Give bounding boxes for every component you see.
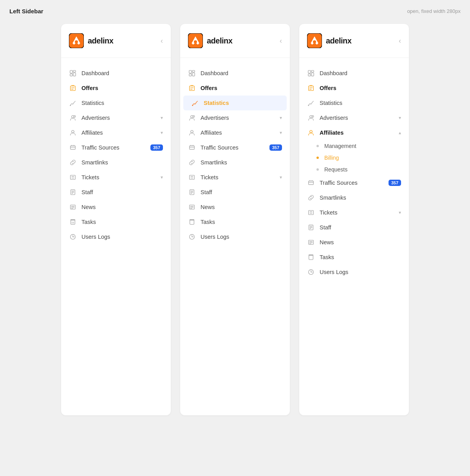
sidebar-item-tickets[interactable]: Tickets ▾ — [61, 170, 171, 185]
s2-traffic-sources[interactable]: Traffic Sources 357 — [180, 140, 290, 155]
sidebar-3: adelinx ‹ Dashboard Offers Statistics — [299, 24, 409, 415]
s2-affiliates[interactable]: Affiliates ▾ — [180, 125, 290, 140]
svg-rect-44 — [190, 86, 195, 91]
brand-logo-icon-3 — [307, 33, 322, 48]
s3-statistics-label: Statistics — [320, 100, 401, 106]
s3-offers[interactable]: Offers — [299, 81, 409, 96]
billing-label: Billing — [324, 155, 339, 161]
s3-affiliates-label: Affiliates — [320, 130, 397, 136]
s3-advertisers[interactable]: Advertisers ▾ — [299, 110, 409, 125]
smartlinks-label: Smartlinks — [81, 159, 163, 166]
s2-news[interactable]: News — [180, 200, 290, 215]
advertisers-label: Advertisers — [81, 115, 159, 121]
s2-news-label: News — [201, 204, 282, 210]
s3-staff-icon — [307, 224, 315, 231]
sidebars-container: adelinx ‹ Dashboard Offers Statistics — [8, 24, 462, 415]
svg-point-38 — [197, 43, 199, 45]
s2-affiliates-chevron: ▾ — [280, 130, 282, 135]
s3-tasks-label: Tasks — [320, 254, 401, 260]
svg-point-68 — [313, 40, 316, 43]
s3-tickets[interactable]: Tickets ▾ — [299, 205, 409, 220]
svg-rect-51 — [190, 146, 195, 150]
sidebar-item-advertisers[interactable]: Advertisers ▾ — [61, 110, 171, 125]
sidebar-2: adelinx ‹ Dashboard Offers Statistics — [180, 24, 290, 415]
s3-users-logs-label: Users Logs — [320, 269, 401, 275]
s3-advertisers-label: Advertisers — [320, 115, 397, 121]
svg-rect-6 — [73, 70, 76, 72]
s2-tasks[interactable]: Tasks — [180, 215, 290, 229]
s3-offers-label: Offers — [320, 85, 401, 91]
s2-smartlinks[interactable]: Smartlinks — [180, 155, 290, 170]
sidebar-item-staff[interactable]: Staff — [61, 185, 171, 200]
s2-statistics[interactable]: Statistics — [183, 96, 287, 110]
s3-news[interactable]: News — [299, 235, 409, 250]
users-logs-label: Users Logs — [81, 234, 163, 240]
s2-offers[interactable]: Offers — [180, 81, 290, 96]
svg-point-2 — [73, 43, 75, 45]
sidebar-item-smartlinks[interactable]: Smartlinks — [61, 155, 171, 170]
s2-staff-icon — [188, 188, 196, 196]
s3-tasks-icon — [307, 253, 315, 261]
s2-affiliates-icon — [188, 129, 196, 137]
sidebar-item-statistics[interactable]: Statistics — [61, 96, 171, 110]
sub-item-management[interactable]: Management — [299, 140, 409, 152]
s2-traffic-sources-icon — [188, 144, 196, 151]
s3-statistics[interactable]: Statistics — [299, 96, 409, 110]
sidebar-item-users-logs[interactable]: Users Logs — [61, 229, 171, 244]
sidebar-item-dashboard[interactable]: Dashboard — [61, 66, 171, 81]
sub-item-requests[interactable]: Requests — [299, 164, 409, 175]
s2-staff[interactable]: Staff — [180, 185, 290, 200]
smartlinks-icon — [69, 159, 77, 166]
svg-point-12 — [70, 105, 71, 106]
s2-advertisers[interactable]: Advertisers ▾ — [180, 110, 290, 125]
svg-point-4 — [76, 38, 78, 40]
s3-affiliates[interactable]: Affiliates ▴ — [299, 125, 409, 140]
collapse-button-3[interactable]: ‹ — [399, 37, 401, 44]
brand-logo-icon-2 — [188, 33, 203, 48]
s2-users-logs[interactable]: Users Logs — [180, 229, 290, 244]
sidebar-1: adelinx ‹ Dashboard Offers Statistics — [61, 24, 171, 415]
s2-tasks-icon — [188, 218, 196, 226]
collapse-button-2[interactable]: ‹ — [280, 37, 282, 44]
collapse-button-1[interactable]: ‹ — [161, 37, 163, 44]
sidebar-item-affiliates[interactable]: Affiliates ▾ — [61, 125, 171, 140]
s2-dashboard[interactable]: Dashboard — [180, 66, 290, 81]
s2-smartlinks-label: Smartlinks — [201, 159, 282, 166]
s3-dashboard[interactable]: Dashboard — [299, 66, 409, 81]
svg-point-36 — [194, 40, 197, 43]
s2-statistics-icon — [191, 99, 199, 107]
svg-rect-16 — [70, 146, 76, 150]
sidebar-item-traffic-sources[interactable]: Traffic Sources 357 — [61, 140, 171, 155]
s3-tasks[interactable]: Tasks — [299, 250, 409, 265]
s2-traffic-sources-label: Traffic Sources — [201, 144, 269, 151]
tickets-label: Tickets — [81, 174, 159, 180]
sidebar-item-tasks[interactable]: Tasks — [61, 215, 171, 229]
s3-staff[interactable]: Staff — [299, 220, 409, 235]
logo-area-3: adelinx — [307, 33, 351, 48]
s3-smartlinks[interactable]: Smartlinks — [299, 190, 409, 205]
s2-advertisers-chevron: ▾ — [280, 115, 282, 121]
svg-point-69 — [311, 43, 313, 45]
s3-news-icon — [307, 238, 315, 246]
s3-advertisers-chevron: ▾ — [399, 115, 401, 121]
advertisers-icon — [69, 114, 77, 122]
s3-traffic-sources[interactable]: Traffic Sources 357 — [299, 175, 409, 190]
sub-item-billing[interactable]: Billing — [299, 152, 409, 164]
statistics-icon — [69, 99, 77, 107]
news-label: News — [81, 204, 163, 210]
s2-dashboard-label: Dashboard — [201, 70, 282, 76]
svg-rect-40 — [189, 70, 192, 73]
s2-staff-label: Staff — [201, 189, 282, 195]
sidebar-item-offers[interactable]: Offers — [61, 81, 171, 96]
sidebar-item-news[interactable]: News — [61, 200, 171, 215]
s3-users-logs-icon — [307, 268, 315, 276]
affiliates-label: Affiliates — [81, 130, 159, 136]
s2-users-logs-icon — [188, 233, 196, 241]
s3-users-logs[interactable]: Users Logs — [299, 265, 409, 279]
management-label: Management — [324, 143, 356, 149]
affiliates-chevron: ▾ — [161, 130, 163, 135]
dashboard-icon — [69, 69, 77, 77]
svg-point-3 — [78, 43, 80, 45]
page-title: Left Sidebar — [9, 8, 43, 14]
s2-tickets[interactable]: Tickets ▾ — [180, 170, 290, 185]
